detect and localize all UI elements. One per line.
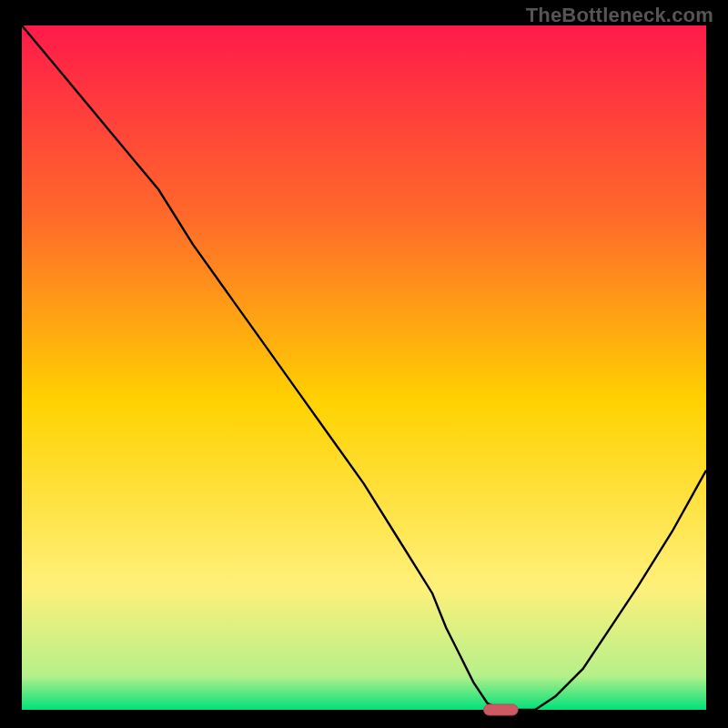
bottleneck-chart [0, 0, 728, 728]
plot-background [22, 25, 706, 710]
optimum-marker [484, 704, 519, 715]
chart-frame: TheBottleneck.com [0, 0, 728, 728]
